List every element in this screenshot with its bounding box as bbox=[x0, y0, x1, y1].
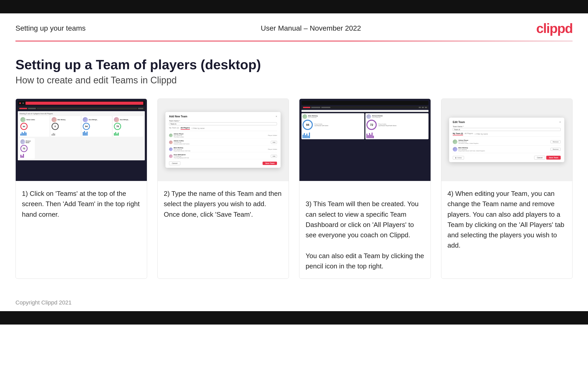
player-4-avatar bbox=[169, 154, 173, 158]
team-player-2-info: Richard Butler Plus Handicap bbox=[372, 115, 383, 118]
player-mini-2: Blair McHarg 0 bbox=[51, 116, 81, 137]
nav-dot-red bbox=[19, 102, 21, 104]
card-2: Add New Team × Team Name * Team A My Tea… bbox=[157, 99, 289, 279]
edit-player-1-details: Adrian Player Plus HandicapThe Shire Lon… bbox=[458, 139, 478, 144]
edit-team-name-label: Team Name * bbox=[453, 126, 561, 127]
player-3-details: Blair McHarg Plus HandicapRoyal North De… bbox=[174, 147, 190, 152]
edit-player-1-avatar bbox=[453, 139, 457, 144]
player-row-1: Adrian Player Plus HandicapThe Shire Lon… bbox=[169, 133, 277, 138]
player-1-info: Adrian Player Plus HandicapThe Shire Lon… bbox=[169, 133, 184, 138]
dash-header bbox=[18, 101, 145, 106]
player-list: Adrian Player Plus HandicapThe Shire Lon… bbox=[169, 133, 277, 159]
player-cards-row: Adrian Collins 84 bbox=[19, 116, 143, 137]
add-team-dialog-mockup: Add New Team × Team Name * Team A My Tea… bbox=[158, 99, 289, 181]
edit-actions: Cancel Save Team bbox=[534, 156, 561, 160]
team-dashboard-mockup: Blair McHarg Plus Handicap 94 Player Qua… bbox=[299, 99, 431, 181]
dialog-title-row: Add New Team × bbox=[169, 115, 277, 118]
header: Setting up your teams User Manual – Nove… bbox=[0, 13, 588, 41]
team-sub-nav bbox=[301, 106, 429, 109]
player-2-details: Adrian Coliba 1.5 HandicapCentral London… bbox=[174, 140, 189, 145]
team-player-1-info: Blair McHarg Plus Handicap bbox=[308, 115, 318, 118]
edit-tab-all-players[interactable]: All Players bbox=[465, 133, 473, 135]
delete-button[interactable]: 🗑 Delete bbox=[453, 156, 464, 160]
edit-player-2-details: Blair McHarg Plus HandicapRoyal North De… bbox=[458, 147, 485, 152]
sub-nav bbox=[18, 107, 145, 110]
dash-label: Viewing 5 out of 4 players from All Play… bbox=[19, 113, 143, 115]
tab-my-team[interactable]: My Team (2) bbox=[169, 127, 179, 130]
team-player-2-stats: Player Quality Last Round: Royal North D… bbox=[378, 123, 397, 126]
page-subtitle: How to create and edit Teams in Clippd bbox=[15, 75, 573, 86]
edit-player-2-info: Blair McHarg Plus HandicapRoyal North De… bbox=[453, 147, 485, 152]
dash-content-area: Viewing 5 out of 4 players from All Play… bbox=[18, 111, 145, 160]
edit-dialog-title-row: Edit Team × bbox=[453, 121, 561, 124]
player-2-add-button[interactable]: Add bbox=[271, 141, 277, 144]
edit-tab-filter[interactable]: ☐ Filter by name bbox=[475, 133, 488, 135]
header-center-text: User Manual – November 2022 bbox=[261, 24, 361, 32]
player-row-3: Blair McHarg Plus HandicapRoyal North De… bbox=[169, 146, 277, 152]
header-divider bbox=[15, 41, 573, 41]
player-mini-1: Adrian Collins 84 bbox=[19, 116, 49, 137]
edit-team-dialog-box: Edit Team × Team Name * Team A My Team (… bbox=[449, 118, 564, 162]
edit-player-2-remove-button[interactable]: Remove bbox=[550, 148, 561, 151]
edit-player-item-1: Adrian Player Plus HandicapThe Shire Lon… bbox=[453, 138, 561, 146]
team-player-1-chart bbox=[303, 131, 363, 138]
player-3-avatar bbox=[169, 147, 173, 151]
player-1-club: Plus HandicapThe Shire London bbox=[174, 135, 184, 138]
card-2-description: 2) Type the name of this Team and then s… bbox=[158, 181, 289, 278]
player-row-4: Dave Billingham 1.5 HandicapThe Dog Mapi… bbox=[169, 153, 277, 159]
tab-filter[interactable]: ☐ Filter by name bbox=[191, 127, 205, 130]
page-title: Setting up a Team of players (desktop) bbox=[15, 57, 573, 72]
edit-player-item-2: Blair McHarg Plus HandicapRoyal North De… bbox=[453, 146, 561, 153]
player-mini-5-wrapper: Richard Butler 72 bbox=[19, 138, 35, 159]
dialog-close-icon[interactable]: × bbox=[276, 115, 277, 118]
top-bar bbox=[0, 0, 588, 13]
edit-dialog-close-icon[interactable]: × bbox=[559, 121, 561, 124]
edit-team-name-input[interactable]: Team A bbox=[453, 128, 561, 131]
edit-tab-my-team[interactable]: My Team (2) bbox=[453, 133, 463, 135]
player-4-add-button[interactable]: Add bbox=[271, 155, 277, 158]
edit-player-2-avatar bbox=[453, 147, 457, 152]
edit-player-1-club: Plus HandicapThe Shire London, United Ki… bbox=[458, 141, 478, 144]
cards-grid: Viewing 5 out of 4 players from All Play… bbox=[0, 99, 588, 294]
card-1-screenshot: Viewing 5 out of 4 players from All Play… bbox=[16, 99, 147, 181]
add-team-dialog-box: Add New Team × Team Name * Team A My Tea… bbox=[165, 112, 281, 168]
card-4-screenshot: Edit Team × Team Name * Team A My Team (… bbox=[441, 99, 573, 181]
player-3-info: Blair McHarg Plus HandicapRoyal North De… bbox=[169, 147, 190, 152]
team-player-card-2: Richard Butler Plus Handicap 72 Player Q… bbox=[365, 113, 428, 139]
player-1-details: Adrian Player Plus HandicapThe Shire Lon… bbox=[174, 133, 184, 138]
save-team-button[interactable]: Save Team bbox=[263, 162, 277, 165]
team-player-2-avatar bbox=[366, 114, 371, 119]
dashboard-mockup: Viewing 5 out of 4 players from All Play… bbox=[16, 99, 147, 181]
edit-save-team-button[interactable]: Save Team bbox=[546, 156, 561, 160]
card-3-screenshot: Blair McHarg Plus Handicap 94 Player Qua… bbox=[299, 99, 431, 181]
card-3: Blair McHarg Plus Handicap 94 Player Qua… bbox=[299, 99, 431, 279]
team-player-2-top: Richard Butler Plus Handicap bbox=[366, 114, 427, 119]
header-left-text: Setting up your teams bbox=[15, 24, 86, 32]
page-title-section: Setting up a Team of players (desktop) H… bbox=[0, 57, 588, 99]
team-player-card-1: Blair McHarg Plus Handicap 94 Player Qua… bbox=[301, 113, 364, 139]
player-4-club: 1.5 HandicapThe Dog Maping Golf Club bbox=[174, 155, 189, 159]
player-1-avatar bbox=[169, 134, 173, 137]
player-row-2: Adrian Coliba 1.5 HandicapCentral London… bbox=[169, 139, 277, 145]
edit-player-1-info: Adrian Player Plus HandicapThe Shire Lon… bbox=[453, 139, 478, 144]
player-3-club: Plus HandicapRoyal North Devon Golf Club bbox=[174, 148, 190, 152]
team-player-2-handicap: Plus Handicap bbox=[372, 117, 383, 118]
player-4-details: Dave Billingham 1.5 HandicapThe Dog Mapi… bbox=[174, 154, 189, 159]
team-player-1-avatar bbox=[303, 114, 307, 119]
player-mini-4: Dave Billingh... 78 bbox=[113, 116, 143, 137]
team-player-1-stats: Player Quality Last Round: Golf Centre bbox=[314, 123, 328, 126]
cancel-button[interactable]: Cancel bbox=[169, 161, 180, 165]
team-player-2-score-row: 72 Player Quality Last Round: Royal Nort… bbox=[366, 120, 427, 130]
edit-dialog-footer: 🗑 Delete Cancel Save Team bbox=[453, 156, 561, 160]
edit-cancel-button[interactable]: Cancel bbox=[534, 156, 545, 160]
team-dash-header bbox=[301, 101, 429, 105]
nav-dot-dark bbox=[22, 102, 24, 104]
edit-player-1-remove-button[interactable]: Remove bbox=[550, 140, 561, 143]
edit-team-dialog-mockup: Edit Team × Team Name * Team A My Team (… bbox=[441, 99, 573, 181]
team-name-input[interactable]: Team A bbox=[169, 122, 277, 125]
nav-bar bbox=[26, 102, 143, 105]
player-1-status: Player Added bbox=[268, 135, 277, 136]
bottom-bar bbox=[0, 311, 588, 325]
tab-all-players[interactable]: All Players bbox=[181, 127, 190, 130]
card-3-description: 3) This Team will then be created. You c… bbox=[299, 181, 431, 278]
